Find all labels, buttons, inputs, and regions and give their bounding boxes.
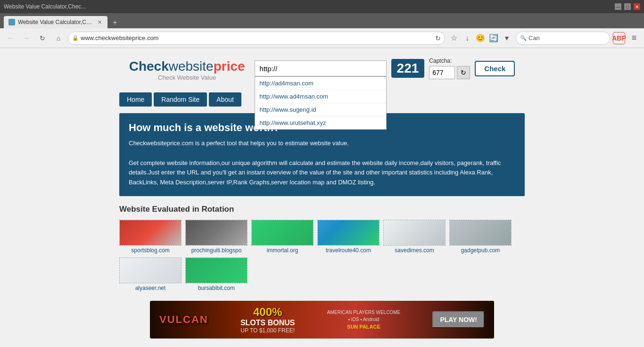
site-counter: 221 — [391, 59, 425, 78]
url-refresh-button[interactable]: ↻ — [435, 34, 441, 42]
rotation-grid: sportsblog.com prochinguiti.blogspo immo… — [119, 220, 525, 291]
nav-home-button[interactable]: Home — [119, 92, 152, 107]
check-button[interactable]: Check — [475, 61, 515, 76]
sync-button[interactable]: 🔄 — [487, 32, 500, 44]
search-input[interactable] — [528, 34, 594, 41]
site-thumbnail — [449, 220, 512, 246]
site-thumbnail — [185, 220, 248, 246]
home-button[interactable]: ⌂ — [52, 32, 65, 45]
title-bar-text: Website Value Calculator,Chec... — [4, 3, 86, 10]
page-content: Checkwebsiteprice Check Website Value ht… — [0, 48, 644, 347]
browser-chrome: Website Value Calculator,Chec... — □ ✕ 🌐… — [0, 0, 644, 48]
ad-cta-button[interactable]: PLAY NOW! — [432, 311, 485, 328]
ad-right-content: AMERICAN PLAYERS WELCOME ▪ iOS ▪ Android… — [327, 310, 400, 330]
site-thumbnail — [383, 220, 446, 246]
site-label: immortal.org — [251, 247, 314, 254]
website-url-input[interactable] — [255, 60, 387, 76]
ad-left-content: VULCAN — [159, 314, 208, 326]
tab-title: Website Value Calculator,Chec... — [18, 19, 94, 25]
menu-button[interactable]: ≡ — [628, 32, 640, 44]
captcha-label: Captcha: — [429, 58, 452, 64]
nav-icons-right: ☆ ↓ 😊 🔄 ▾ — [448, 32, 513, 44]
logo-website: website — [169, 59, 214, 74]
list-item[interactable]: sportsblog.com — [119, 220, 182, 254]
site-label: alyaseer.net — [119, 285, 182, 291]
bookmark-button[interactable]: ☆ — [448, 32, 460, 44]
site-thumbnail — [119, 257, 182, 283]
url-input[interactable] — [81, 34, 435, 41]
list-item[interactable]: bursabibit.com — [185, 257, 248, 291]
url-autocomplete-dropdown: http://ad4msan.com http://www.ad4msan.co… — [255, 76, 387, 130]
site-logo: Checkwebsiteprice Check Website Value — [129, 59, 245, 81]
url-input-wrapper: http://ad4msan.com http://www.ad4msan.co… — [255, 60, 387, 76]
site-thumbnail — [119, 220, 182, 246]
profile-button[interactable]: 😊 — [474, 32, 487, 44]
url-bar-container: 🔒 ↻ — [68, 32, 445, 45]
ad-bonus-text: 400% — [253, 306, 282, 319]
rotation-section: Website Evaluated in Rotation sportsblog… — [119, 205, 525, 291]
site-label: bursabibit.com — [185, 285, 248, 291]
downloads-button[interactable]: ↓ — [461, 32, 473, 44]
new-tab-button[interactable]: + — [109, 17, 121, 28]
nav-about-button[interactable]: About — [209, 92, 241, 107]
hero-text: Checkwebsiteprice.com is a perfect tool … — [129, 139, 515, 188]
logo-check: Check — [129, 59, 169, 74]
title-bar: Website Value Calculator,Chec... — □ ✕ — [0, 0, 644, 13]
search-section: http://ad4msan.com http://www.ad4msan.co… — [255, 58, 515, 79]
captcha-refresh-button[interactable]: ↻ — [457, 66, 470, 79]
nav-bar: ← → ↻ ⌂ 🔒 ↻ ☆ ↓ 😊 🔄 ▾ 🔍 ABP ≡ — [0, 28, 644, 48]
ad-slots-text: SLOTS BONUS — [240, 319, 295, 327]
logo-price: price — [214, 59, 245, 74]
ad-free-text: UP TO $1,000 FREE! — [240, 327, 295, 334]
tab-bar: 🌐 Website Value Calculator,Chec... ✕ + — [0, 13, 644, 28]
site-label: sportsblog.com — [119, 247, 182, 254]
search-bar-container: 🔍 — [516, 32, 610, 45]
site-thumbnail — [317, 220, 380, 246]
list-item[interactable]: savedimes.com — [383, 220, 446, 254]
tab-favicon: 🌐 — [8, 19, 15, 25]
list-item[interactable]: immortal.org — [251, 220, 314, 254]
site-label: travelroute40.com — [317, 247, 380, 254]
list-item[interactable]: gadgetpub.com — [449, 220, 512, 254]
ad-welcome-text: AMERICAN PLAYERS WELCOME — [327, 310, 400, 315]
window-controls: — □ ✕ — [615, 3, 640, 10]
hero-text-1: Checkwebsiteprice.com is a perfect tool … — [129, 140, 349, 147]
lock-icon: 🔒 — [72, 35, 79, 41]
forward-button[interactable]: → — [20, 32, 33, 45]
maximize-button[interactable]: □ — [624, 3, 631, 10]
ad-brand-text: SUN PALACE — [347, 324, 380, 330]
close-button[interactable]: ✕ — [634, 3, 640, 10]
minimize-button[interactable]: — — [615, 3, 621, 10]
dropdown-item-4[interactable]: http://www.urutsehat.xyz — [255, 116, 386, 129]
rotation-title: Website Evaluated in Rotation — [119, 205, 525, 214]
site-label: savedimes.com — [383, 247, 446, 254]
adblock-button[interactable]: ABP — [613, 32, 625, 44]
nav-random-button[interactable]: Random Site — [154, 92, 207, 107]
nav-arrow-button[interactable]: ▾ — [501, 32, 513, 44]
active-tab[interactable]: 🌐 Website Value Calculator,Chec... ✕ — [4, 16, 107, 28]
dropdown-item-3[interactable]: http://www.sugeng.id — [255, 103, 386, 116]
search-icon: 🔍 — [520, 35, 527, 41]
tab-close-button[interactable]: ✕ — [97, 19, 103, 25]
site-thumbnail — [185, 257, 248, 283]
list-item[interactable]: prochinguiti.blogspo — [185, 220, 248, 254]
dropdown-item-1[interactable]: http://ad4msan.com — [255, 77, 386, 90]
list-item[interactable]: alyaseer.net — [119, 257, 182, 291]
ad-vulcan-text: VULCAN — [159, 314, 208, 326]
hero-text-2: Get complete website information,our uni… — [129, 159, 501, 186]
ad-platforms-text: ▪ iOS ▪ Android — [348, 317, 379, 322]
captcha-area: Captcha: ↻ — [429, 58, 470, 79]
site-label: gadgetpub.com — [449, 247, 512, 254]
captcha-input[interactable] — [429, 66, 455, 79]
back-button[interactable]: ← — [4, 32, 17, 45]
dropdown-item-2[interactable]: http://www.ad4msan.com — [255, 90, 386, 103]
logo-subtitle: Check Website Value — [129, 74, 245, 81]
list-item[interactable]: travelroute40.com — [317, 220, 380, 254]
refresh-button[interactable]: ↻ — [36, 32, 49, 45]
site-label: prochinguiti.blogspo — [185, 247, 248, 254]
ad-center-content: 400% SLOTS BONUS UP TO $1,000 FREE! — [240, 306, 295, 334]
ad-banner[interactable]: VULCAN 400% SLOTS BONUS UP TO $1,000 FRE… — [150, 301, 494, 339]
site-thumbnail — [251, 220, 314, 246]
